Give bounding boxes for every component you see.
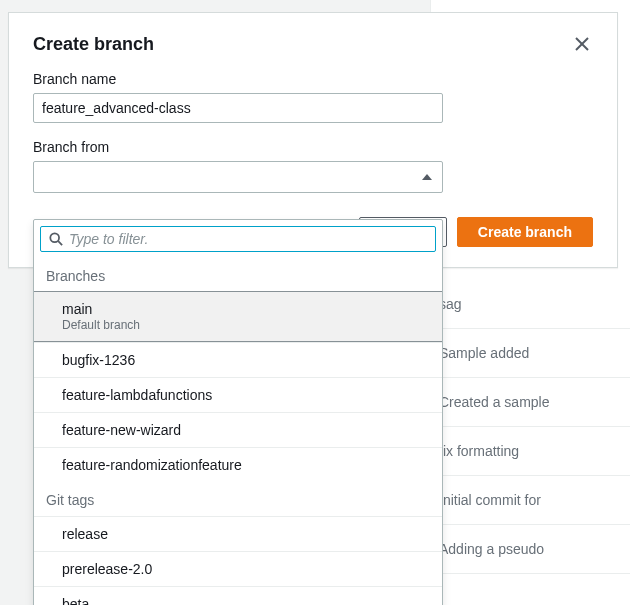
option-label: feature-new-wizard <box>62 422 181 438</box>
create-branch-button[interactable]: Create branch <box>457 217 593 247</box>
background-row: Adding a pseudo <box>431 525 630 574</box>
option-label: beta <box>62 596 89 605</box>
modal-header: Create branch <box>9 13 617 71</box>
close-icon <box>575 37 589 51</box>
background-row-text: Sample added <box>439 345 529 361</box>
close-button[interactable] <box>571 33 593 55</box>
tags-group-header: Git tags <box>34 482 442 516</box>
tag-option[interactable]: beta <box>34 586 442 605</box>
branches-group-header: Branches <box>34 258 442 292</box>
background-row-text: Initial commit for <box>439 492 541 508</box>
option-label: feature-lambdafunctions <box>62 387 212 403</box>
tag-option[interactable]: release <box>34 516 442 551</box>
svg-line-3 <box>58 241 62 245</box>
branch-name-field: Branch name <box>33 71 593 123</box>
modal-body: Branch name Branch from <box>9 71 617 193</box>
background-row: Created a sample <box>431 378 630 427</box>
modal-title: Create branch <box>33 34 154 55</box>
branch-from-dropdown: Branches main Default branch bugfix-1236… <box>33 219 443 605</box>
option-sublabel: Default branch <box>62 318 430 332</box>
background-row: sag <box>431 280 630 329</box>
branch-option-main[interactable]: main Default branch <box>34 291 442 342</box>
option-label: prerelease-2.0 <box>62 561 152 577</box>
tag-option[interactable]: prerelease-2.0 <box>34 551 442 586</box>
filter-container <box>40 226 436 252</box>
option-label: main <box>62 301 430 317</box>
filter-input[interactable] <box>69 231 427 247</box>
branch-name-input[interactable] <box>33 93 443 123</box>
option-label: bugfix-1236 <box>62 352 135 368</box>
background-row-text: fix formatting <box>439 443 519 459</box>
search-icon <box>49 232 63 246</box>
branch-option[interactable]: bugfix-1236 <box>34 342 442 377</box>
background-row: fix formatting <box>431 427 630 476</box>
background-row-text: Adding a pseudo <box>439 541 544 557</box>
chevron-up-icon <box>422 174 432 180</box>
branch-from-label: Branch from <box>33 139 593 155</box>
branch-option[interactable]: feature-lambdafunctions <box>34 377 442 412</box>
branch-name-label: Branch name <box>33 71 593 87</box>
branch-from-select[interactable] <box>33 161 443 193</box>
branch-from-field: Branch from <box>33 139 593 193</box>
background-row: Initial commit for <box>431 476 630 525</box>
svg-point-2 <box>50 233 59 242</box>
background-row: Sample added <box>431 329 630 378</box>
background-row-text: Created a sample <box>439 394 550 410</box>
option-label: release <box>62 526 108 542</box>
branch-option[interactable]: feature-randomizationfeature <box>34 447 442 482</box>
create-branch-modal: Create branch Branch name Branch from Ca… <box>8 12 618 268</box>
branch-option[interactable]: feature-new-wizard <box>34 412 442 447</box>
option-label: feature-randomizationfeature <box>62 457 242 473</box>
